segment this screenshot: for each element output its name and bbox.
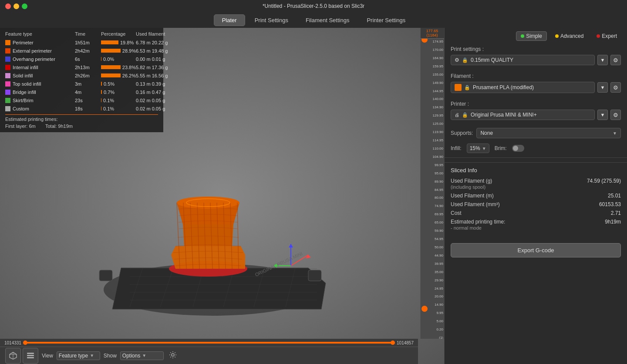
- ruler-mark: 59.90: [435, 229, 443, 233]
- slider-right-val: 1014857: [397, 341, 414, 345]
- slider-track[interactable]: [23, 342, 395, 344]
- 3d-view-button[interactable]: [5, 348, 21, 364]
- pct-cell: 28.9%: [101, 48, 136, 53]
- col-feature-type: Feature type: [5, 31, 75, 37]
- feature-name: Skirt/Brim: [5, 98, 75, 103]
- feature-type-value: Feature type: [59, 353, 88, 359]
- ruler-mark: 99.95: [435, 164, 443, 167]
- supports-input[interactable]: None ▼: [476, 128, 621, 138]
- sliced-row-label: Estimated printing time:- normal mode: [451, 219, 505, 231]
- minimize-button[interactable]: [13, 3, 19, 9]
- est-label: Estimated printing times:: [5, 117, 158, 122]
- filament-gear[interactable]: ⚙: [610, 82, 621, 93]
- layer-view-button[interactable]: [23, 348, 38, 364]
- mode-expert[interactable]: Expert: [592, 31, 622, 41]
- filament-label: Filament :: [451, 73, 621, 79]
- ruler-mark: 84.95: [435, 188, 443, 192]
- cube-icon: [9, 351, 17, 360]
- sliced-row-label: Used Filament (mm³): [451, 201, 500, 207]
- ruler-bottom-handle[interactable]: [421, 306, 428, 312]
- mode-advanced[interactable]: Advanced: [550, 31, 588, 41]
- simple-dot: [521, 34, 524, 38]
- ruler-mark: 110.00: [433, 147, 443, 150]
- filament-dropdown[interactable]: ▼: [597, 82, 608, 93]
- separator: [445, 157, 627, 158]
- maximize-button[interactable]: [22, 3, 27, 9]
- printer-label: Printer :: [451, 101, 621, 107]
- color-swatch: [5, 81, 10, 87]
- view-icons: [5, 348, 38, 364]
- filament-val: 0.02 m 0.05 g: [136, 106, 171, 111]
- ruler-mark: 50.00: [435, 246, 443, 249]
- total-label: Total: 9h19m: [45, 124, 80, 129]
- printer-icon: 🖨: [455, 112, 459, 117]
- ruler-mark: 149.90: [433, 81, 443, 85]
- viewport[interactable]: Feature type Time Percentage Used filame…: [0, 28, 444, 364]
- ruler-top-value: 177.65 (1184): [420, 28, 444, 39]
- feature-type-dropdown[interactable]: Feature type ▼: [57, 351, 100, 360]
- print-settings-gear[interactable]: ⚙: [610, 55, 621, 65]
- mode-simple[interactable]: Simple: [516, 31, 547, 41]
- slider-right-handle[interactable]: [391, 341, 395, 345]
- print-settings-input[interactable]: ⚙ 🔒 0.15mm QUALITY: [451, 55, 595, 65]
- tab-plater[interactable]: Plater: [214, 14, 245, 26]
- supports-label: Supports:: [451, 130, 473, 136]
- ruler-mark: 29.90: [435, 279, 443, 282]
- pct-cell: 19.8%: [101, 40, 136, 45]
- feature-name: Top solid infill: [5, 81, 75, 87]
- infill-label: Infill:: [451, 145, 462, 151]
- feature-type-arrow: ▼: [90, 353, 94, 358]
- ruler-mark: 24.95: [435, 287, 443, 291]
- color-swatch: [5, 106, 10, 111]
- sliced-row-value: 60153.53: [599, 201, 621, 207]
- sliced-info-row: Estimated printing time:- normal mode9h1…: [451, 219, 621, 231]
- slider-left-handle[interactable]: [23, 341, 27, 345]
- ruler-mark: 95.00: [435, 172, 443, 175]
- infill-brim-row: Infill: 15% ▼ Brim:: [445, 142, 627, 157]
- options-dropdown[interactable]: Options ▼: [120, 351, 164, 360]
- printer-dropdown[interactable]: ▼: [597, 110, 608, 120]
- time-val: 23s: [75, 98, 101, 103]
- horizontal-slider[interactable]: 1014331 1014857: [0, 339, 418, 347]
- ruler-mark: 69.95: [435, 213, 443, 216]
- ruler-mark: 114.95: [433, 139, 443, 142]
- printer-input[interactable]: 🖨 🔒 Original Prusa MINI & MINI+: [451, 110, 595, 120]
- ruler-mark: 140.00: [433, 97, 443, 101]
- printer-gear[interactable]: ⚙: [610, 110, 621, 120]
- sliced-row-value: 9h19m: [605, 219, 621, 225]
- pct-bar: [101, 82, 102, 86]
- infill-dropdown[interactable]: 15% ▼: [467, 144, 489, 153]
- tab-filament-settings[interactable]: Filament Settings: [298, 15, 357, 26]
- pct-bar: [101, 90, 102, 94]
- filament-input[interactable]: 🔒 Prusament PLA (modified): [451, 82, 595, 93]
- pct-val: 23.8%: [122, 65, 136, 70]
- tab-print-settings[interactable]: Print Settings: [247, 15, 296, 26]
- ruler-mark: 144.95: [433, 90, 443, 93]
- close-button[interactable]: [5, 3, 11, 9]
- sliced-info-row: Used Filament (m)25.01: [451, 193, 621, 199]
- print-settings-dropdown[interactable]: ▼: [597, 55, 608, 65]
- svg-marker-16: [306, 255, 311, 258]
- table-row: Solid infill 2h26m 26.2% 5.55 m 16.56 g: [5, 71, 158, 80]
- infill-value: 15%: [470, 145, 480, 151]
- ruler-mark: 0.20: [436, 328, 443, 331]
- pct-val: 28.9%: [122, 48, 136, 53]
- svg-rect-37: [27, 353, 34, 354]
- pct-bar: [101, 107, 101, 110]
- filament-color-badge: [455, 84, 462, 91]
- export-gcode-button[interactable]: Export G-code: [451, 243, 621, 257]
- time-val: 1h51m: [75, 40, 101, 45]
- print-icon: ⚙: [455, 57, 459, 63]
- brim-toggle[interactable]: [512, 145, 524, 152]
- ruler-mark: 174.95: [433, 40, 443, 43]
- settings-icon-btn[interactable]: [169, 351, 177, 360]
- slider-left-val: 1014331: [4, 341, 21, 345]
- options-value: Options: [122, 353, 140, 359]
- tab-printer-settings[interactable]: Printer Settings: [359, 15, 413, 26]
- table-row: Bridge infill 4m 0.7% 0.16 m 0.47 g: [5, 88, 158, 96]
- table-row: Custom 18s 0.1% 0.02 m 0.05 g: [5, 104, 158, 113]
- stats-header: Feature type Time Percentage Used filame…: [5, 31, 158, 37]
- pct-bar: [101, 98, 101, 102]
- ruler-mark: 104.90: [433, 155, 443, 159]
- svg-rect-39: [27, 357, 34, 358]
